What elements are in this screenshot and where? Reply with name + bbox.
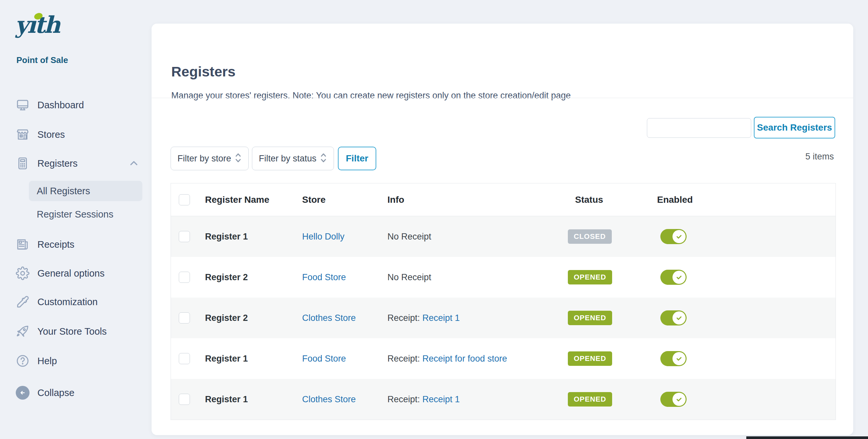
sidebar-item-label: Your Store Tools — [37, 326, 106, 337]
sidebar-item-label: Help — [37, 356, 57, 367]
status-badge: OPENED — [568, 270, 612, 284]
receipt-link[interactable]: Receipt 1 — [423, 313, 460, 323]
sort-carets-icon — [233, 151, 243, 166]
status-badge: CLOSED — [568, 229, 612, 244]
search-registers-button[interactable]: Search Registers — [754, 117, 835, 138]
sidebar-item-label: Customization — [37, 296, 98, 307]
sidebar-item-label: General options — [37, 268, 105, 279]
table-row: Register 1 Clothes Store Receipt: Receip… — [171, 379, 836, 420]
toggle-knob — [673, 271, 686, 284]
sidebar-item-customization[interactable]: Customization — [16, 294, 144, 310]
chevron-up-icon[interactable] — [128, 157, 140, 170]
column-header-register-name: Register Name — [205, 194, 269, 205]
yith-logo: yıth — [15, 11, 59, 51]
row-checkbox[interactable] — [179, 231, 190, 242]
sidebar: yıth Point of Sale Dashboard Stores Regi… — [0, 0, 152, 439]
column-header-enabled: Enabled — [657, 194, 693, 205]
status-badge: OPENED — [568, 392, 612, 407]
receipt-link[interactable]: Receipt for food store — [423, 354, 507, 364]
bottom-bar — [746, 436, 868, 439]
search-input[interactable] — [647, 118, 751, 138]
register-name: Register 2 — [205, 272, 248, 282]
receipt-icon — [16, 238, 30, 251]
row-checkbox[interactable] — [179, 394, 190, 405]
sidebar-item-dashboard[interactable]: Dashboard — [16, 97, 144, 113]
store-link[interactable]: Hello Dolly — [302, 232, 344, 242]
select-all-checkbox[interactable] — [179, 194, 190, 206]
filter-by-status-dropdown[interactable]: Filter by status — [252, 147, 334, 170]
store-icon — [16, 128, 30, 142]
sidebar-item-label: All Registers — [37, 186, 90, 196]
page-title: Registers — [171, 64, 236, 80]
sidebar-item-all-registers[interactable]: All Registers — [29, 181, 143, 201]
info-prefix: Receipt: — [388, 395, 423, 404]
sidebar-item-label: Stores — [37, 129, 65, 140]
sidebar-item-collapse[interactable]: Collapse — [16, 385, 144, 401]
filter-by-status-label: Filter by status — [259, 154, 316, 164]
sidebar-item-registers[interactable]: Registers — [16, 156, 144, 171]
sidebar-item-receipts[interactable]: Receipts — [16, 237, 144, 252]
toggle-knob — [673, 230, 686, 243]
info-text: No Receipt — [388, 272, 431, 282]
items-count: 5 items — [805, 152, 834, 162]
sidebar-item-label: Register Sessions — [37, 209, 114, 220]
sidebar-item-label: Receipts — [37, 239, 74, 250]
store-link[interactable]: Clothes Store — [302, 395, 356, 404]
enabled-toggle[interactable] — [660, 351, 687, 366]
sidebar-item-general-options[interactable]: General options — [16, 265, 144, 281]
page-subtitle: Manage your stores' registers. Note: You… — [171, 91, 571, 101]
row-checkbox[interactable] — [179, 353, 190, 364]
rocket-icon — [16, 324, 30, 338]
register-name: Register 1 — [205, 232, 248, 242]
table-row: Register 1 Hello Dolly No Receipt CLOSED — [171, 216, 836, 257]
filter-by-store-dropdown[interactable]: Filter by store — [170, 147, 249, 170]
info-cell: No Receipt — [388, 272, 431, 282]
sidebar-item-label: Collapse — [37, 387, 74, 398]
info-cell: Receipt: Receipt 1 — [388, 395, 460, 405]
status-badge: OPENED — [568, 311, 612, 325]
register-name: Register 2 — [205, 313, 248, 323]
info-cell: Receipt: Receipt for food store — [388, 354, 507, 364]
main-panel: Registers Manage your stores' registers.… — [152, 24, 853, 435]
store-link[interactable]: Clothes Store — [302, 313, 356, 323]
info-cell: No Receipt — [388, 232, 431, 242]
row-checkbox[interactable] — [179, 272, 190, 283]
table-row: Register 2 Food Store No Receipt OPENED — [171, 257, 836, 297]
enabled-toggle[interactable] — [660, 270, 687, 285]
table-row: Register 1 Food Store Receipt: Receipt f… — [171, 338, 836, 379]
sidebar-item-register-sessions[interactable]: Register Sessions — [37, 207, 114, 221]
row-checkbox[interactable] — [179, 312, 190, 323]
status-badge: OPENED — [568, 351, 612, 366]
sort-carets-icon — [318, 151, 329, 166]
register-name: Register 1 — [205, 395, 248, 405]
sidebar-item-your-store-tools[interactable]: Your Store Tools — [16, 323, 144, 339]
sidebar-item-label: Dashboard — [37, 100, 84, 111]
gear-icon — [16, 266, 30, 280]
register-name: Register 1 — [205, 354, 248, 364]
store-link[interactable]: Food Store — [302, 354, 346, 364]
eyedropper-icon — [16, 295, 30, 309]
table-row: Register 2 Clothes Store Receipt: Receip… — [171, 297, 836, 338]
enabled-toggle[interactable] — [660, 310, 687, 325]
dashboard-icon — [16, 98, 30, 112]
toggle-knob — [673, 393, 686, 406]
sidebar-item-stores[interactable]: Stores — [16, 127, 144, 143]
toggle-knob — [673, 311, 686, 324]
filter-by-store-label: Filter by store — [178, 154, 231, 164]
info-prefix: Receipt: — [388, 354, 423, 364]
sidebar-item-help[interactable]: Help — [16, 353, 144, 369]
question-circle-icon — [16, 354, 30, 368]
collapse-arrow-icon — [16, 386, 30, 400]
enabled-toggle[interactable] — [660, 392, 687, 407]
receipt-link[interactable]: Receipt 1 — [423, 395, 460, 404]
info-prefix: Receipt: — [388, 313, 423, 323]
product-name: Point of Sale — [17, 55, 68, 65]
filter-button[interactable]: Filter — [338, 147, 376, 170]
enabled-toggle[interactable] — [660, 229, 687, 244]
store-link[interactable]: Food Store — [302, 272, 346, 282]
info-cell: Receipt: Receipt 1 — [388, 313, 460, 323]
calculator-icon — [16, 157, 30, 170]
table-header-row: Register Name Store Info Status Enabled — [171, 183, 836, 216]
registers-table: Register Name Store Info Status Enabled … — [170, 183, 836, 420]
toggle-knob — [673, 352, 686, 365]
